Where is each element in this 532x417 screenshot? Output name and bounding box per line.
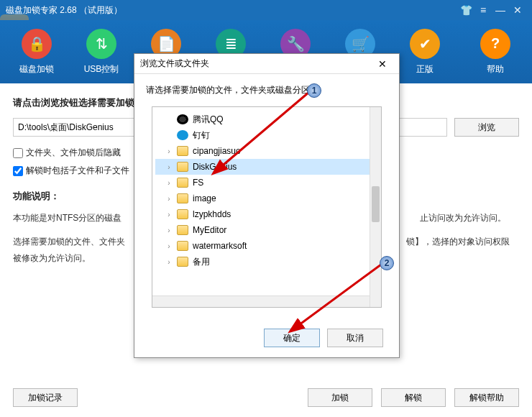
scrollbar-thumb[interactable]: [372, 186, 380, 222]
tree-item[interactable]: ›FS: [155, 175, 378, 191]
expand-icon[interactable]: ›: [165, 179, 173, 187]
menu-icon[interactable]: ≡: [474, 4, 492, 16]
expand-icon[interactable]: ›: [165, 226, 173, 234]
tree-item-label: FS: [193, 178, 203, 188]
toolbar-help-label: 帮助: [487, 63, 504, 75]
tree-vscrollbar[interactable]: [370, 107, 381, 307]
window-title: 磁盘加锁专家 2.68 （试用版）: [6, 4, 122, 17]
checkbox-subfiles-input[interactable]: [13, 166, 23, 176]
dialog-title: 浏览文件或文件夹: [140, 58, 209, 70]
tree-item[interactable]: 钉钉: [155, 127, 378, 143]
footer-buttons: 加锁记录 加锁 解锁 解锁帮助: [13, 388, 519, 407]
toolbar-item-lock-icon[interactable]: 🔒磁盘加锁: [4, 29, 69, 75]
lock-button[interactable]: 加锁: [308, 388, 372, 407]
lock-record-button[interactable]: 加锁记录: [13, 388, 78, 407]
expand-icon[interactable]: ›: [165, 211, 173, 219]
folder-icon: [177, 193, 188, 203]
checkbox-subfiles-label: 解锁时包括子文件和子文件: [26, 165, 129, 177]
expand-icon[interactable]: ›: [165, 242, 173, 250]
tree-item[interactable]: ›cipangjiasuo: [155, 143, 378, 159]
tree-item-label: 腾讯QQ: [193, 114, 224, 126]
folder-icon: [177, 178, 188, 188]
toolbar-help[interactable]: ? 帮助: [463, 29, 528, 75]
toolbar-label: 磁盘加锁: [19, 63, 54, 75]
browse-dialog: 浏览文件或文件夹 ✕ 请选择需要加锁的文件，文件夹或磁盘分区 腾讯QQ钉钉›ci…: [134, 53, 400, 358]
usb-icon: ⇅: [86, 29, 116, 59]
expand-icon[interactable]: ›: [165, 258, 173, 266]
folder-tree[interactable]: 腾讯QQ钉钉›cipangjiasuo›DiskGenius›FS›image›…: [152, 106, 382, 308]
dingding-icon: [177, 130, 188, 140]
toolbar-item-verify-icon[interactable]: ✔正版: [393, 29, 457, 75]
folder-icon: [177, 257, 188, 267]
browse-button[interactable]: 浏览: [454, 118, 519, 137]
folder-icon: [177, 162, 188, 172]
verify-icon: ✔: [410, 29, 440, 59]
toolbar-item-usb-icon[interactable]: ⇅USB控制: [69, 29, 134, 75]
dialog-cancel-button[interactable]: 取消: [327, 329, 383, 347]
close-icon[interactable]: ✕: [509, 4, 526, 16]
dialog-ok-button[interactable]: 确定: [264, 329, 320, 347]
qq-icon: [177, 114, 188, 124]
checkbox-hide-input[interactable]: [13, 148, 23, 158]
toolbar-label: 正版: [416, 63, 434, 75]
tree-item[interactable]: ›lzypkhdds: [155, 206, 378, 222]
toolbar-label: USB控制: [84, 63, 119, 75]
expand-icon[interactable]: ›: [165, 195, 173, 203]
tree-item-label: cipangjiasuo: [193, 146, 241, 156]
tree-item-label: watermarksoft: [193, 241, 247, 251]
folder-icon: [177, 241, 188, 251]
tree-item[interactable]: ›MyEditor: [155, 222, 378, 238]
annotation-badge-2: 2: [380, 256, 394, 270]
unlock-button[interactable]: 解锁: [381, 388, 446, 407]
annotation-badge-1: 1: [307, 83, 321, 98]
tree-item[interactable]: 腾讯QQ: [155, 111, 378, 127]
minimize-icon[interactable]: —: [492, 4, 509, 16]
tree-item-label: DiskGenius: [193, 162, 237, 172]
titlebar: 磁盘加锁专家 2.68 （试用版） 👕 ≡ — ✕: [0, 0, 532, 20]
expand-icon[interactable]: ›: [165, 147, 173, 155]
dialog-titlebar: 浏览文件或文件夹 ✕: [134, 54, 399, 74]
tree-item[interactable]: ›备用: [155, 254, 378, 270]
skin-icon[interactable]: 👕: [457, 4, 474, 16]
expand-icon[interactable]: ›: [165, 163, 173, 171]
folder-icon: [177, 209, 188, 219]
lock-icon: 🔒: [22, 29, 52, 59]
tree-item[interactable]: ›image: [155, 191, 378, 206]
tree-item[interactable]: ›DiskGenius: [155, 159, 378, 175]
tree-item-label: image: [193, 193, 216, 203]
unlock-help-button[interactable]: 解锁帮助: [454, 388, 519, 407]
tree-item[interactable]: ›watermarksoft: [155, 238, 378, 254]
folder-icon: [177, 146, 188, 156]
help-icon: ?: [480, 29, 510, 59]
dialog-prompt: 请选择需要加锁的文件，文件夹或磁盘分区: [134, 74, 399, 104]
tree-item-label: lzypkhdds: [193, 209, 231, 219]
checkbox-hide-label: 文件夹、文件加锁后隐藏: [26, 147, 121, 159]
tree-hscrollbar[interactable]: [152, 295, 370, 307]
tree-item-label: MyEditor: [193, 225, 226, 235]
tree-item-label: 钉钉: [193, 129, 210, 142]
folder-icon: [177, 225, 188, 235]
dialog-close-icon[interactable]: ✕: [372, 58, 393, 70]
tree-item-label: 备用: [193, 256, 210, 268]
